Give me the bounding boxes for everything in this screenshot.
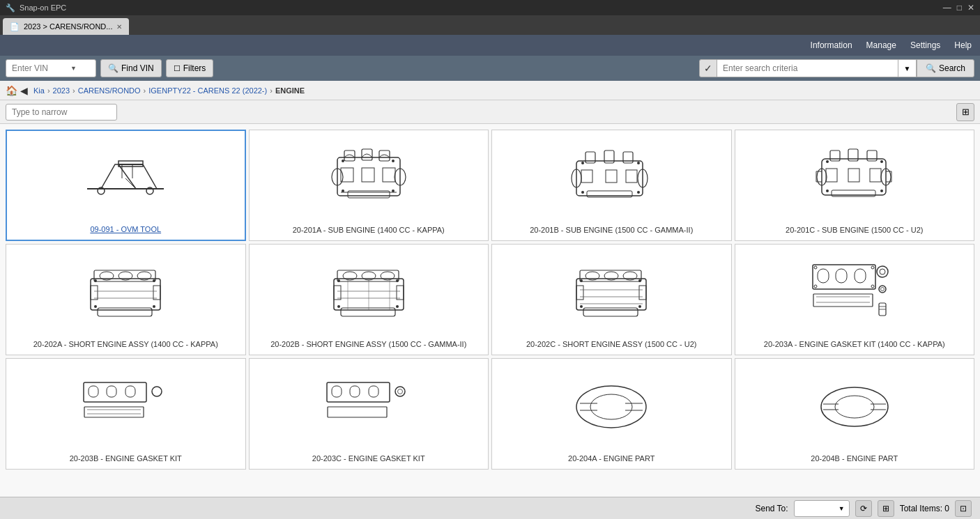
- search-button[interactable]: 🔍 Search: [917, 59, 974, 77]
- breadcrumb-igenpty22[interactable]: IGENPTY22 - CARENS 22 (2022-): [148, 86, 267, 95]
- svg-point-129: [576, 386, 646, 428]
- menu-bar: Information Manage Settings Help: [0, 35, 980, 56]
- svg-point-63: [94, 305, 97, 308]
- part-image-09-091: [70, 137, 181, 220]
- svg-rect-12: [362, 149, 372, 160]
- search-input[interactable]: [717, 59, 898, 77]
- svg-rect-86: [583, 308, 638, 316]
- tab-close-button[interactable]: ✕: [116, 23, 122, 31]
- part-card-20-204A[interactable]: 20-204A - ENGINE PART: [491, 358, 732, 470]
- part-label-20-202C: 20-202C - SHORT ENGINE ASSY (1500 CC - U…: [526, 339, 697, 349]
- breadcrumb-carens[interactable]: CARENS/RONDO: [78, 86, 141, 95]
- part-card-09-091[interactable]: 09-091 - OVM TOOL: [6, 130, 246, 241]
- svg-point-62: [153, 279, 155, 282]
- svg-rect-115: [89, 386, 98, 397]
- find-vin-button[interactable]: 🔍 Find VIN: [100, 59, 162, 77]
- parts-grid: 09-091 - OVM TOOL: [6, 130, 974, 470]
- part-card-20-201B[interactable]: 20-201B - SUB ENGINE (1500 CC - GAMMA-II…: [491, 130, 732, 241]
- part-label-20-203C: 20-203C - ENGINE GASKET KIT: [312, 454, 425, 463]
- svg-rect-114: [84, 382, 146, 402]
- svg-point-103: [871, 285, 874, 288]
- back-icon[interactable]: ◀: [20, 85, 28, 96]
- svg-rect-123: [332, 386, 342, 397]
- part-image-20-204A: [556, 364, 667, 449]
- filter-checkbox-icon: ☐: [174, 64, 181, 73]
- svg-rect-73: [334, 286, 341, 300]
- narrow-input[interactable]: [6, 104, 117, 121]
- refresh-button[interactable]: ⟳: [855, 500, 872, 517]
- part-card-20-203C[interactable]: 20-203C - ENGINE GASKET KIT: [249, 358, 489, 470]
- svg-point-52: [880, 189, 883, 192]
- part-label-20-203A: 20-203A - ENGINE GASKET KIT (1400 CC - K…: [764, 339, 945, 349]
- send-to-dropdown-arrow: ▼: [839, 505, 845, 512]
- menu-manage[interactable]: Manage: [866, 40, 896, 50]
- search-btn-icon: 🔍: [926, 63, 936, 73]
- tab-icon: 📄: [10, 22, 20, 31]
- part-card-20-201A[interactable]: 20-201A - SUB ENGINE (1400 CC - KAPPA): [249, 130, 489, 241]
- svg-point-24: [392, 189, 395, 192]
- restore-button[interactable]: □: [957, 3, 962, 13]
- svg-point-51: [826, 189, 829, 192]
- part-card-20-202A[interactable]: 20-202A - SHORT ENGINE ASSY (1400 CC - K…: [6, 244, 246, 355]
- part-card-20-203B[interactable]: 20-203B - ENGINE GASKET KIT: [6, 358, 246, 470]
- vin-dropdown-arrow[interactable]: ▼: [70, 65, 77, 72]
- part-card-20-202B[interactable]: 20-202B - SHORT ENGINE ASSY (1500 CC - G…: [249, 244, 489, 355]
- svg-rect-58: [98, 308, 152, 316]
- search-icon: 🔍: [108, 63, 118, 73]
- layout-button[interactable]: ⊡: [955, 500, 972, 517]
- part-image-20-203B: [70, 364, 181, 449]
- toolbar: ▼ 🔍 Find VIN ☐ Filters ✓ ▼ 🔍 Search: [0, 56, 980, 81]
- breadcrumb-engine: ENGINE: [275, 86, 305, 95]
- part-card-20-202C[interactable]: 20-202C - SHORT ENGINE ASSY (1500 CC - U…: [491, 244, 732, 355]
- home-icon[interactable]: 🏠: [6, 85, 17, 96]
- svg-rect-32: [606, 170, 617, 183]
- checkmark-icon: ✓: [704, 63, 712, 74]
- breadcrumb-2023[interactable]: 2023: [53, 86, 70, 95]
- svg-point-38: [637, 191, 640, 194]
- svg-line-3: [143, 164, 157, 189]
- app-title: Snap-on EPC: [20, 3, 66, 12]
- svg-point-127: [395, 387, 405, 396]
- vin-input[interactable]: [6, 59, 96, 77]
- menu-help[interactable]: Help: [954, 40, 972, 50]
- part-card-20-201C[interactable]: 20-201C - SUB ENGINE (1500 CC - U2): [735, 130, 975, 241]
- svg-point-101: [871, 266, 874, 269]
- svg-point-92: [638, 305, 641, 308]
- svg-point-35: [581, 162, 584, 164]
- search-dropdown-arrow[interactable]: ▼: [898, 59, 917, 77]
- part-image-20-201B: [556, 136, 667, 221]
- menu-settings[interactable]: Settings: [910, 40, 940, 50]
- menu-information[interactable]: Information: [811, 40, 852, 50]
- svg-point-121: [152, 387, 162, 396]
- svg-rect-97: [818, 269, 829, 283]
- part-label-09-091: 09-091 - OVM TOOL: [90, 224, 161, 234]
- svg-rect-124: [350, 386, 360, 397]
- send-to-dropdown[interactable]: ▼: [794, 500, 850, 517]
- view-toggle-button[interactable]: ⊞: [956, 103, 974, 121]
- part-label-20-204A: 20-204A - ENGINE PART: [568, 454, 654, 463]
- close-button[interactable]: ✕: [967, 3, 974, 13]
- svg-point-90: [638, 279, 641, 282]
- part-card-20-204B[interactable]: 20-204B - ENGINE PART: [735, 358, 975, 470]
- part-label-20-204B: 20-204B - ENGINE PART: [811, 454, 898, 463]
- minimize-button[interactable]: ―: [943, 3, 951, 13]
- export-button[interactable]: ⊞: [878, 500, 894, 517]
- svg-point-75: [337, 279, 340, 282]
- total-items-label: Total Items: 0: [900, 504, 949, 513]
- part-image-20-201A: [313, 136, 424, 221]
- svg-point-100: [814, 266, 817, 269]
- filters-button[interactable]: ☐ Filters: [166, 59, 214, 77]
- breadcrumb-kia[interactable]: Kia: [33, 86, 45, 95]
- part-card-20-203A[interactable]: 20-203A - ENGINE GASKET KIT (1400 CC - K…: [735, 244, 975, 355]
- search-checkbox[interactable]: ✓: [699, 59, 717, 77]
- svg-point-110: [880, 287, 884, 291]
- part-image-20-203A: [799, 250, 910, 335]
- svg-rect-15: [362, 168, 374, 182]
- svg-rect-33: [626, 170, 637, 183]
- search-area: ✓ ▼ 🔍 Search: [699, 59, 974, 77]
- svg-point-135: [821, 387, 888, 426]
- svg-rect-39: [822, 159, 886, 195]
- svg-point-23: [342, 189, 344, 192]
- svg-rect-16: [383, 168, 395, 182]
- main-tab[interactable]: 📄 2023 > CARENS/ROND... ✕: [3, 18, 129, 35]
